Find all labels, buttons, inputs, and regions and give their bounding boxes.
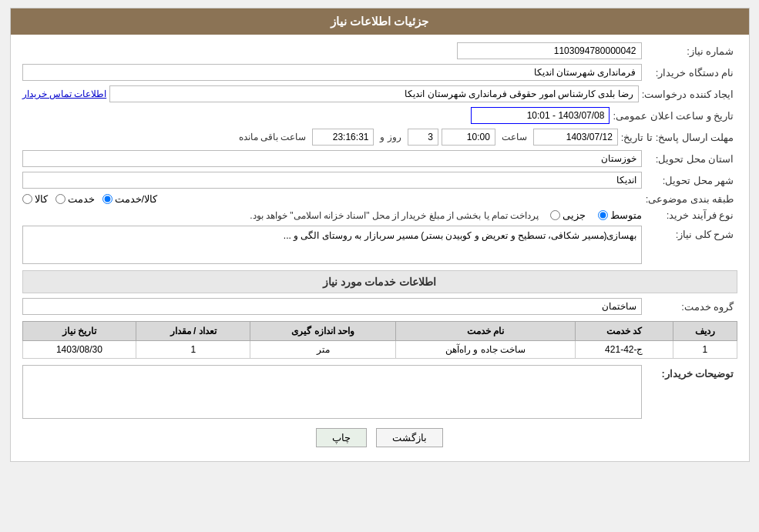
- table-row: 1ج-42-421ساخت جاده و راه‌آهنمتر11403/08/…: [22, 341, 737, 359]
- buyer-org-row: نام دستگاه خریدار: فرمانداری شهرستان اند…: [22, 64, 737, 81]
- response-remaining-label: ساعت باقی مانده: [236, 132, 310, 142]
- response-days-field: 3: [408, 129, 438, 146]
- category-kala-khedmat-radio[interactable]: [102, 194, 113, 204]
- purchase-motavaset-label: متوسط: [610, 209, 642, 221]
- table-cell: ج-42-421: [575, 341, 673, 359]
- page-title: جزئیات اطلاعات نیاز: [331, 15, 428, 28]
- purchase-jozi-label: جزیی: [563, 209, 586, 221]
- creator-label: ایجاد کننده درخواست:: [642, 89, 737, 100]
- purchase-type-label: نوع فرآیند خرید:: [645, 209, 737, 221]
- services-table-header: ردیف کد خدمت نام خدمت واحد اندازه گیری ت…: [22, 322, 737, 341]
- purchase-type-motavaset: متوسط: [598, 209, 642, 221]
- buyer-notes-label: توضیحات خریدار:: [645, 365, 737, 380]
- category-option-kala: کالا: [22, 193, 48, 205]
- request-number-row: شماره نیاز: 1103094780000042: [22, 42, 737, 59]
- need-description-label: شرح کلی نیاز:: [645, 226, 737, 240]
- category-option-khedmat: خدمت: [55, 193, 95, 205]
- services-table: ردیف کد خدمت نام خدمت واحد اندازه گیری ت…: [22, 321, 737, 359]
- creator-row: ایجاد کننده درخواست: رضا بلدی کارشناس ام…: [22, 85, 737, 102]
- col-quantity: تعداد / مقدار: [136, 322, 250, 341]
- publish-date-label: تاریخ و ساعت اعلان عمومی:: [613, 110, 737, 122]
- need-description-row: شرح کلی نیاز: بهسازی(مسیر شکافی، تسطیح و…: [22, 226, 737, 264]
- response-date-field: 1403/07/12: [533, 129, 618, 146]
- buyer-notes-field: [22, 365, 642, 419]
- service-group-field: ساختمان: [22, 298, 642, 315]
- table-cell: 1403/08/30: [22, 341, 136, 359]
- publish-date-row: تاریخ و ساعت اعلان عمومی: 1403/07/08 - 1…: [22, 107, 737, 124]
- response-deadline-label: مهلت ارسال پاسخ: تا تاریخ:: [621, 132, 737, 143]
- creator-field: رضا بلدی کارشناس امور حقوقی فرمانداری شه…: [109, 85, 638, 102]
- delivery-province-field: خوزستان: [22, 150, 642, 167]
- services-table-body: 1ج-42-421ساخت جاده و راه‌آهنمتر11403/08/…: [22, 341, 737, 359]
- purchase-type-radio-group: متوسط جزیی: [550, 209, 642, 221]
- delivery-province-row: استان محل تحویل: خوزستان: [22, 150, 737, 167]
- delivery-province-label: استان محل تحویل:: [645, 153, 737, 165]
- response-remaining-field: 23:16:31: [312, 129, 374, 146]
- purchase-jozi-radio[interactable]: [550, 210, 560, 220]
- category-radio-group: کالا/خدمت خدمت کالا: [22, 193, 642, 205]
- main-container: جزئیات اطلاعات نیاز شماره نیاز: 11030947…: [10, 8, 750, 462]
- purchase-type-row: نوع فرآیند خرید: متوسط جزیی پرداخت تمام …: [22, 209, 737, 221]
- services-section-header: اطلاعات خدمات مورد نیاز: [22, 270, 737, 293]
- back-button[interactable]: بازگشت: [376, 428, 443, 447]
- category-kala-label: کالا: [35, 193, 48, 205]
- category-kala-radio[interactable]: [22, 194, 32, 204]
- request-number-label: شماره نیاز:: [645, 45, 737, 57]
- response-time-field: 10:00: [442, 129, 495, 146]
- category-khedmat-label: خدمت: [68, 193, 95, 205]
- need-description-field: بهسازی(مسیر شکافی، تسطیح و تعریض و کوبید…: [22, 226, 642, 264]
- delivery-city-label: شهر محل تحویل:: [645, 175, 737, 186]
- col-unit: واحد اندازه گیری: [250, 322, 396, 341]
- table-cell: 1: [136, 341, 250, 359]
- page-header: جزئیات اطلاعات نیاز: [11, 8, 749, 35]
- purchase-motavaset-radio[interactable]: [598, 210, 608, 220]
- delivery-city-row: شهر محل تحویل: اندیکا: [22, 172, 737, 189]
- publish-date-field: 1403/07/08 - 10:01: [471, 107, 610, 124]
- category-row: طبقه بندی موضوعی: کالا/خدمت خدمت کالا: [22, 193, 737, 205]
- buyer-notes-row: توضیحات خریدار:: [22, 365, 737, 419]
- response-deadline-row: مهلت ارسال پاسخ: تا تاریخ: 1403/07/12 سا…: [22, 129, 737, 146]
- category-option-kala-khedmat: کالا/خدمت: [102, 193, 158, 205]
- service-group-row: گروه خدمت: ساختمان: [22, 298, 737, 315]
- table-cell: متر: [250, 341, 396, 359]
- buyer-org-label: نام دستگاه خریدار:: [645, 67, 737, 79]
- delivery-city-field: اندیکا: [22, 172, 642, 189]
- col-service-name: نام خدمت: [396, 322, 575, 341]
- buyer-org-field: فرمانداری شهرستان اندیکا: [22, 64, 642, 81]
- category-kala-khedmat-label: کالا/خدمت: [115, 193, 158, 205]
- table-cell: 1: [673, 341, 737, 359]
- buttons-row: بازگشت چاپ: [22, 428, 737, 447]
- request-number-field: 1103094780000042: [457, 42, 642, 59]
- creator-contact-link[interactable]: اطلاعات تماس خریدار: [22, 89, 107, 99]
- table-cell: ساخت جاده و راه‌آهن: [396, 341, 575, 359]
- col-service-code: کد خدمت: [575, 322, 673, 341]
- response-time-label: ساعت: [499, 132, 530, 142]
- category-khedmat-radio[interactable]: [55, 194, 65, 204]
- col-row-num: ردیف: [673, 322, 737, 341]
- purchase-type-jozi: جزیی: [550, 209, 586, 221]
- content-area: شماره نیاز: 1103094780000042 نام دستگاه …: [11, 35, 749, 461]
- services-table-header-row: ردیف کد خدمت نام خدمت واحد اندازه گیری ت…: [22, 322, 737, 341]
- print-button[interactable]: چاپ: [316, 428, 367, 447]
- service-group-label: گروه خدمت:: [645, 301, 737, 313]
- col-date: تاریخ نیاز: [22, 322, 136, 341]
- purchase-note: پرداخت تمام یا بخشی از مبلغ خریدار از مح…: [22, 210, 539, 221]
- category-label: طبقه بندی موضوعی:: [645, 193, 737, 205]
- response-days-label: روز و: [377, 132, 404, 142]
